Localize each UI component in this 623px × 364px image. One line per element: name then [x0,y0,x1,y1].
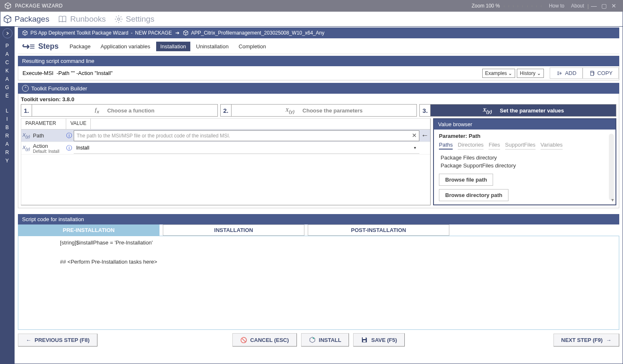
nav-runbooks[interactable]: Runbooks [57,15,106,24]
parameter-table: PARAMETER VALUE X(y) Path ⓘ ✕ ← [21,118,431,205]
cmd-input[interactable] [18,67,482,79]
svg-point-0 [117,18,120,20]
info-icon[interactable]: ⓘ [65,145,74,152]
vb-tab-directories[interactable]: Directories [458,142,483,150]
install-icon [309,337,316,343]
browse-directory-button[interactable]: Browse directory path [439,189,508,201]
script-tab-post-installation[interactable]: POST-INSTALLATION [308,224,449,236]
step-tab-installation[interactable]: Installation [156,42,190,51]
builder-step-2[interactable]: 2. X(y) Choose the parameters [220,104,417,117]
param-row-path[interactable]: X(y) Path ⓘ ✕ ← [21,130,430,142]
nav-settings[interactable]: Settings [114,15,155,24]
arrow-left-icon: ← [419,131,430,140]
steps-icon: ↪≡ [22,41,35,52]
value-browser-header: Value browser [434,119,616,130]
book-icon [57,15,67,24]
fx-icon: fx [95,107,99,114]
step-tab-application-variables[interactable]: Application variables [96,42,154,51]
steps-label: Steps [38,42,59,51]
builder-step-1[interactable]: 1. fx Choose a function [21,104,218,117]
howto-link[interactable]: How to [549,3,564,9]
scrollbar[interactable] [609,134,614,200]
builder-step-3[interactable]: 3. X(y) Set the parameter values [419,104,616,117]
save-button[interactable]: SAVE (F5) [353,333,405,347]
svg-point-2 [312,337,314,339]
value-browser-param: Parameter: Path [439,133,611,139]
param-action-select[interactable] [74,143,419,154]
vb-item[interactable]: Package Files directory [439,154,611,162]
cube-icon [3,15,12,24]
script-tab-pre-installation[interactable]: PRE-INSTALLATION [18,224,159,236]
breadcrumb-wizard: PS App Deployment Toolkit Package Wizard [30,30,128,36]
gear-icon [114,15,123,24]
copy-button[interactable]: COPY [583,67,619,79]
expand-rail-icon[interactable] [2,28,12,38]
xy-icon: X(y) [483,107,492,114]
xy-icon: X(y) [285,107,294,114]
examples-dropdown[interactable]: Examples⌄ [482,69,516,78]
xy-icon: X(y) [21,132,31,139]
cube-icon [4,2,12,10]
script-line: ## <Perform Pre-Installation tasks here> [60,259,577,265]
col-parameter: PARAMETER [21,119,66,129]
footer: ← PREVIOUS STEP (F8) 🚫 CANCEL (ESC) INST… [18,333,619,347]
script-line: [string]$installPhase = 'Pre-Installatio… [60,239,577,246]
titlebar: PACKAGE WIZARD Zoom 100 % How to About |… [0,0,623,12]
cube-icon [22,30,28,36]
svg-rect-3 [363,337,366,339]
close-icon[interactable]: ✕ [609,2,619,9]
vb-item[interactable]: Package SupportFiles directory [439,162,611,170]
col-value: VALUE [66,119,91,129]
toolkit-version: Toolkit version: 3.8.0 [21,96,616,102]
cmd-panel-header: Resulting script command line [18,56,619,66]
param-path-input[interactable] [74,130,419,141]
about-link[interactable]: About [571,3,584,9]
value-browser: Value browser Parameter: Path PathsDirec… [433,118,616,205]
browse-file-button[interactable]: Browse file path [439,174,493,186]
zoom-slider[interactable] [504,5,541,7]
breadcrumb-newpkg: NEW PACKAGE [135,30,172,36]
save-icon [361,337,368,343]
install-button[interactable]: INSTALL [301,333,349,347]
vb-tab-files[interactable]: Files [488,142,500,150]
step-tab-package[interactable]: Package [65,42,95,51]
step-tab-uninstallation[interactable]: Uninstallation [192,42,233,51]
previous-step-button[interactable]: ← PREVIOUS STEP (F8) [18,334,97,347]
next-step-button[interactable]: NEXT STEP (F9) → [553,334,619,347]
script-tab-installation[interactable]: INSTALLATION [163,224,304,236]
nav-packages[interactable]: Packages [3,15,49,24]
arrow-right-icon: ➔ [175,30,179,36]
breadcrumb: PS App Deployment Toolkit Package Wizard… [18,27,619,38]
list-add-icon [556,70,563,76]
svg-rect-4 [363,340,366,342]
add-button[interactable]: ADD [550,67,583,79]
chevron-up-icon: ˄ [22,85,29,92]
history-dropdown[interactable]: History⌄ [517,69,543,78]
vb-tab-variables[interactable]: Variables [541,142,563,150]
arrow-right-icon: → [606,337,611,343]
window-title: PACKAGE WIZARD [15,3,471,9]
cancel-button[interactable]: 🚫 CANCEL (ESC) [232,333,297,347]
chevron-down-icon: ▾ [414,145,416,150]
cube-icon [183,30,189,36]
breadcrumb-package-name: APP_Citrix_Profilemanagement_203025008_W… [191,30,324,36]
arrow-left-icon: ← [26,337,31,343]
step-tab-completion[interactable]: Completion [234,42,270,51]
chevron-down-icon[interactable]: ▾ [611,197,614,203]
vb-tab-paths[interactable]: Paths [439,142,453,150]
info-icon[interactable]: ⓘ [65,132,74,140]
svg-rect-1 [591,72,594,75]
vb-tab-supportfiles[interactable]: SupportFiles [505,142,536,150]
copy-icon [589,70,595,76]
minimize-icon[interactable]: — [589,2,599,9]
xy-icon: X(y) [21,145,31,151]
script-body[interactable]: [string]$installPhase = 'Pre-Installatio… [18,236,619,330]
script-header: Script code for installation [18,214,619,224]
clear-icon[interactable]: ✕ [412,132,417,139]
builder-header[interactable]: ˄ Toolkit Function Builder [18,83,619,94]
maximize-icon[interactable]: ▢ [599,2,609,9]
param-row-action[interactable]: X(y) Action Default: Install ⓘ ▾ [21,142,430,155]
cancel-icon: 🚫 [240,337,247,343]
steps-bar: ↪≡ Steps PackageApplication variablesIns… [18,39,619,54]
top-nav: Packages Runbooks Settings [0,12,623,27]
